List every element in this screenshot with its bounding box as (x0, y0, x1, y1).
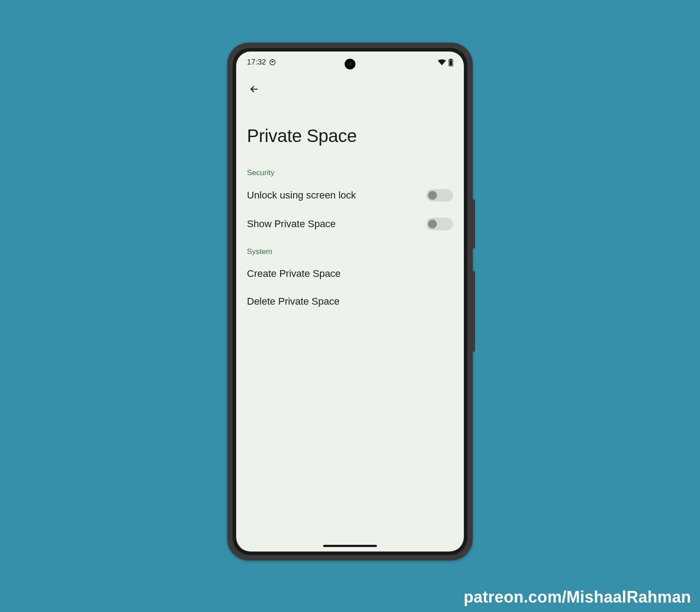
setting-unlock-screen-lock[interactable]: Unlock using screen lock (236, 181, 464, 210)
wifi-icon (438, 59, 446, 65)
toggle-thumb (428, 220, 437, 228)
toggle-thumb (428, 191, 437, 200)
setting-label: Create Private Space (247, 268, 341, 280)
page-title: Private Space (236, 103, 464, 159)
toolbar (236, 70, 464, 103)
toggle-show-private-space[interactable] (426, 218, 453, 230)
status-time: 17:32 (247, 58, 266, 67)
do-not-disturb-icon (269, 59, 276, 66)
svg-rect-3 (449, 60, 452, 65)
status-right (438, 59, 453, 66)
section-header-security: Security (236, 159, 464, 181)
phone-inner: 17:32 (233, 48, 467, 555)
setting-show-private-space[interactable]: Show Private Space (236, 210, 464, 238)
setting-label: Unlock using screen lock (247, 190, 356, 201)
section-header-system: System (236, 238, 464, 260)
navigation-handle[interactable] (323, 545, 377, 547)
phone-frame: 17:32 (227, 43, 473, 560)
setting-label: Delete Private Space (247, 296, 340, 307)
watermark-text: patreon.com/MishaalRahman (463, 588, 691, 607)
camera-notch (345, 59, 355, 69)
setting-create-private-space[interactable]: Create Private Space (236, 260, 464, 288)
back-button[interactable] (245, 81, 263, 99)
arrow-back-icon (249, 84, 259, 96)
setting-label: Show Private Space (247, 218, 336, 230)
toggle-unlock-screen-lock[interactable] (426, 189, 453, 202)
status-left: 17:32 (247, 58, 276, 67)
battery-icon (449, 59, 453, 66)
setting-delete-private-space[interactable]: Delete Private Space (236, 288, 464, 315)
phone-screen: 17:32 (236, 52, 464, 552)
